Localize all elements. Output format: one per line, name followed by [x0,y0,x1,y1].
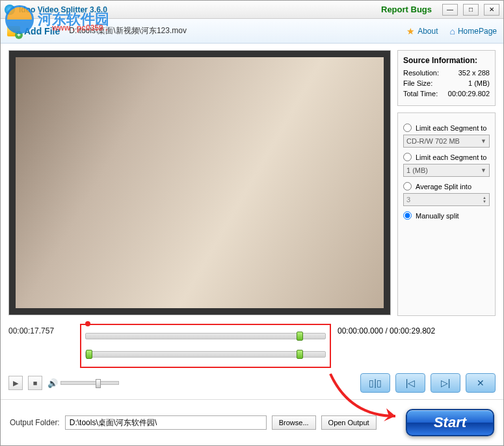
segment-start-marker[interactable] [86,350,92,359]
filesize-value: 1 (MB) [468,79,490,87]
minimize-button[interactable]: — [442,4,458,16]
opt4-label: Manually split [416,212,459,220]
app-window: idoo Video Splitter 3.6.0 Report Bugs — … [0,0,504,446]
video-preview[interactable] [8,50,391,315]
resolution-value: 352 x 288 [458,69,490,77]
option-average-split[interactable]: Average Split into [403,182,490,190]
timeline-track-2[interactable] [85,351,326,358]
right-column: Source Information: Resolution:352 x 288… [397,50,496,316]
timeline-track-1[interactable] [85,333,326,339]
mark-out-button[interactable]: ▷| [431,373,460,393]
opt1-label: Limit each Segment to [416,124,486,132]
totaltime-value: 00:00:29.802 [448,90,490,98]
playback-controls: ▶ ■ 🔊 ▯|▯ |◁ ▷| ✕ [8,372,496,394]
opt2-select[interactable]: 1 (MB) ▼ [403,164,490,177]
video-content [148,102,251,288]
chevron-down-icon: ▼ [481,138,486,144]
filesize-label: File Size: [403,79,432,87]
opt3-label: Average Split into [416,183,471,190]
volume-thumb[interactable] [96,379,101,388]
homepage-link[interactable]: ⌂ HomePage [449,26,497,36]
about-link[interactable]: ★ About [406,26,438,36]
range-start: 00:00:00.000 [338,326,383,335]
option-limit-segment-size[interactable]: Limit each Segment to [403,124,490,132]
timeline-highlight [80,324,331,368]
range-times: 00:00:00.000 / 00:00:29.802 [338,324,435,335]
homepage-label: HomePage [458,27,497,36]
opt2-value: 1 (MB) [406,166,428,174]
option-manually-split[interactable]: Manually split [403,211,490,220]
resolution-label: Resolution: [403,69,439,77]
titlebar: idoo Video Splitter 3.6.0 Report Bugs — … [1,1,503,19]
radio-opt4[interactable] [403,211,412,220]
radio-opt1[interactable] [403,124,412,132]
main-area: Source Information: Resolution:352 x 288… [1,44,503,320]
mark-in-button[interactable]: |◁ [395,373,425,393]
source-info-title: Source Information: [403,56,490,65]
source-info-panel: Source Information: Resolution:352 x 288… [397,50,496,106]
option-limit-segment-mb[interactable]: Limit each Segment to [403,153,490,161]
range-end: 00:00:29.802 [390,326,435,335]
chevron-down-icon: ▼ [481,167,486,174]
timeline-area: 00:00:17.757 00:00:00.000 / 00:00:29.802 [8,324,496,368]
opt1-value: CD-R/W 702 MB [406,137,460,145]
toolbar: Add File D:\tools\桌面\新视频\河东123.mov ★ Abo… [1,19,503,44]
playhead-marker[interactable] [85,321,90,326]
add-file-label: Add File [24,26,60,36]
totaltime-label: Total Time: [403,90,438,98]
open-output-button[interactable]: Open Output [321,415,377,430]
output-folder-label: Output Folder: [10,418,60,427]
app-icon [5,5,15,15]
delete-segment-button[interactable]: ✕ [466,373,496,393]
split-options-panel: Limit each Segment to CD-R/W 702 MB ▼ Li… [397,112,496,316]
maximize-button[interactable]: □ [463,4,479,16]
volume-slider[interactable] [60,381,119,385]
app-title: idoo Video Splitter 3.6.0 [19,5,107,14]
home-icon: ⌂ [449,26,455,36]
split-tool-button[interactable]: ▯|▯ [360,373,390,393]
spinner-arrows-icon: ▲▼ [483,196,486,203]
close-button[interactable]: ✕ [484,4,499,16]
opt2-label: Limit each Segment to [416,153,486,161]
radio-opt3[interactable] [403,182,412,190]
opt3-value: 3 [406,196,410,203]
volume-icon: 🔊 [47,378,58,388]
output-folder-input[interactable] [65,415,267,430]
current-file-path: D:\tools\桌面\新视频\河东123.mov [69,25,187,36]
stop-button[interactable]: ■ [28,376,42,390]
footer: Output Folder: Browse... Open Output Sta… [1,399,503,445]
radio-opt2[interactable] [403,153,412,161]
opt1-select[interactable]: CD-R/W 702 MB ▼ [403,135,490,148]
star-icon: ★ [406,26,415,36]
about-label: About [418,27,438,36]
video-frame [16,57,384,308]
start-button[interactable]: Start [406,409,494,436]
start-label: Start [434,414,466,431]
browse-button[interactable]: Browse... [272,415,316,430]
play-button[interactable]: ▶ [8,376,23,390]
segment-end-marker[interactable] [297,332,303,341]
volume-control: 🔊 [47,378,119,388]
left-column [8,50,391,316]
add-file-icon [7,26,20,36]
segment-end-marker[interactable] [297,350,303,359]
current-time: 00:00:17.757 [8,324,73,335]
opt3-spinner[interactable]: 3 ▲▼ [403,193,490,206]
add-file-button[interactable]: Add File [7,26,60,36]
report-bugs-link[interactable]: Report Bugs [381,5,432,14]
